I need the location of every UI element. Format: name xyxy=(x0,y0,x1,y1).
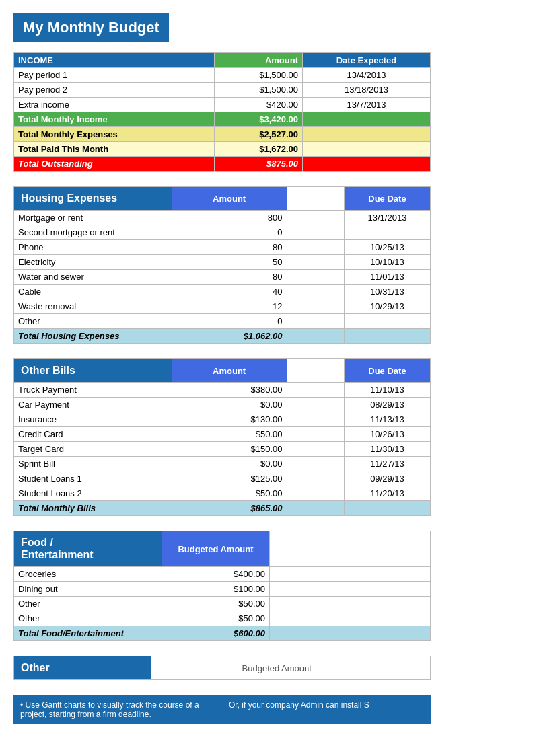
other-bills-row-amount: $0.00 xyxy=(172,457,287,471)
income-row: Pay period 1 $1,500.00 13/4/2013 xyxy=(14,68,431,83)
other-bills-row-amount: $50.00 xyxy=(172,486,287,501)
total-bills-row: Total Monthly Bills$865.00 xyxy=(14,501,431,516)
other-bills-row-spacer xyxy=(287,412,344,427)
other-section-amount-header: Budgeted Amount xyxy=(151,656,402,680)
housing-row-spacer xyxy=(287,270,344,285)
food-row-spacer xyxy=(270,567,431,582)
income-row: Extra income $420.00 13/7/2013 xyxy=(14,98,431,112)
other-bills-row-label: Truck Payment xyxy=(14,383,172,398)
banner-left: • Use Gantt charts to visually track the… xyxy=(20,700,215,719)
housing-row-date: 10/29/13 xyxy=(344,299,430,314)
housing-row: Water and sewer 80 11/01/13 xyxy=(14,270,431,285)
total-housing-date xyxy=(344,329,430,344)
housing-row-amount: 0 xyxy=(172,225,287,240)
housing-row-amount: 40 xyxy=(172,285,287,299)
income-row-date: 13/7/2013 xyxy=(303,98,431,112)
page-title: My Monthly Budget xyxy=(13,13,169,42)
housing-row-label: Mortgage or rent xyxy=(14,211,172,225)
total-paid-amount: $1,672.00 xyxy=(214,142,302,157)
food-row-spacer xyxy=(270,582,431,597)
food-row-label: Other xyxy=(14,597,162,611)
housing-row: Cable 40 10/31/13 xyxy=(14,285,431,299)
total-paid-blank xyxy=(303,142,431,157)
housing-row: Other 0 xyxy=(14,314,431,329)
total-expenses-blank xyxy=(303,127,431,142)
other-bills-row-label: Credit Card xyxy=(14,427,172,442)
income-row-amount: $1,500.00 xyxy=(214,83,302,98)
income-row: Pay period 2 $1,500.00 13/18/2013 xyxy=(14,83,431,98)
food-amount-header: Budgeted Amount xyxy=(162,531,270,567)
other-bills-section: Other Bills Amount Due Date Truck Paymen… xyxy=(13,358,431,516)
income-row-label: Pay period 2 xyxy=(14,83,215,98)
total-monthly-income-row: Total Monthly Income$3,420.00 xyxy=(14,112,431,127)
housing-due-header: Due Date xyxy=(344,187,430,211)
other-bills-row-amount: $50.00 xyxy=(172,427,287,442)
housing-table: Housing Expenses Amount Due Date Mortgag… xyxy=(13,186,431,344)
housing-row-label: Phone xyxy=(14,240,172,255)
total-food-amount: $600.00 xyxy=(162,626,270,641)
food-row-spacer xyxy=(270,611,431,626)
income-row-amount: $420.00 xyxy=(214,98,302,112)
other-bills-row-date: 09/29/13 xyxy=(344,471,430,486)
total-income-label: Total Monthly Income xyxy=(14,112,215,127)
other-bills-header-row: Other Bills Amount Due Date xyxy=(14,359,431,383)
housing-row-label: Second mortgage or rent xyxy=(14,225,172,240)
food-row-label: Groceries xyxy=(14,567,162,582)
other-section-header-row: Other Budgeted Amount xyxy=(14,656,431,680)
other-bills-row-label: Student Loans 1 xyxy=(14,471,172,486)
housing-row-spacer xyxy=(287,285,344,299)
other-bills-row-date: 10/26/13 xyxy=(344,427,430,442)
food-row: Groceries $400.00 xyxy=(14,567,431,582)
income-row-label: Extra income xyxy=(14,98,215,112)
total-housing-spacer xyxy=(287,329,344,344)
other-bills-amount-header: Amount xyxy=(172,359,287,383)
total-housing-label: Total Housing Expenses xyxy=(14,329,172,344)
housing-row: Mortgage or rent 800 13/1/2013 xyxy=(14,211,431,225)
other-bills-row: Insurance $130.00 11/13/13 xyxy=(14,412,431,427)
total-income-amount: $3,420.00 xyxy=(214,112,302,127)
other-table: Other Budgeted Amount xyxy=(13,656,431,680)
other-section: Other Budgeted Amount xyxy=(13,656,431,680)
food-title: Food / Entertainment xyxy=(14,531,162,567)
other-bills-row: Sprint Bill $0.00 11/27/13 xyxy=(14,457,431,471)
food-table: Food / Entertainment Budgeted Amount Gro… xyxy=(13,531,431,641)
other-bills-row-date: 11/10/13 xyxy=(344,383,430,398)
total-expenses-amount: $2,527.00 xyxy=(214,127,302,142)
total-housing-amount: $1,062.00 xyxy=(172,329,287,344)
housing-row-amount: 50 xyxy=(172,255,287,270)
food-spacer xyxy=(270,531,431,567)
income-table: INCOME Amount Date Expected Pay period 1… xyxy=(13,52,431,172)
income-row-date: 13/4/2013 xyxy=(303,68,431,83)
housing-row-amount: 80 xyxy=(172,240,287,255)
other-section-spacer xyxy=(402,656,431,680)
total-food-row: Total Food/Entertainment$600.00 xyxy=(14,626,431,641)
other-section-title: Other xyxy=(14,656,151,680)
bottom-banner: • Use Gantt charts to visually track the… xyxy=(13,695,431,724)
food-row: Dining out $100.00 xyxy=(14,582,431,597)
housing-row-spacer xyxy=(287,299,344,314)
other-bills-row-label: Target Card xyxy=(14,442,172,457)
housing-row-date xyxy=(344,225,430,240)
housing-section: Housing Expenses Amount Due Date Mortgag… xyxy=(13,186,431,344)
other-bills-row-amount: $125.00 xyxy=(172,471,287,486)
housing-spacer xyxy=(287,187,344,211)
other-bills-row: Student Loans 1 $125.00 09/29/13 xyxy=(14,471,431,486)
housing-row-label: Other xyxy=(14,314,172,329)
other-bills-row-amount: $150.00 xyxy=(172,442,287,457)
housing-row: Waste removal 12 10/29/13 xyxy=(14,299,431,314)
housing-row-amount: 0 xyxy=(172,314,287,329)
food-row-label: Dining out xyxy=(14,582,162,597)
housing-row-date: 10/25/13 xyxy=(344,240,430,255)
housing-row-spacer xyxy=(287,225,344,240)
other-bills-row-spacer xyxy=(287,471,344,486)
other-bills-row-date: 08/29/13 xyxy=(344,398,430,412)
housing-row-date: 10/31/13 xyxy=(344,285,430,299)
total-bills-spacer xyxy=(287,501,344,516)
housing-row-label: Water and sewer xyxy=(14,270,172,285)
total-paid-label: Total Paid This Month xyxy=(14,142,215,157)
total-expenses-row: Total Monthly Expenses$2,527.00 xyxy=(14,127,431,142)
other-bills-row: Student Loans 2 $50.00 11/20/13 xyxy=(14,486,431,501)
housing-row-spacer xyxy=(287,211,344,225)
housing-amount-header: Amount xyxy=(172,187,287,211)
other-bills-row: Truck Payment $380.00 11/10/13 xyxy=(14,383,431,398)
